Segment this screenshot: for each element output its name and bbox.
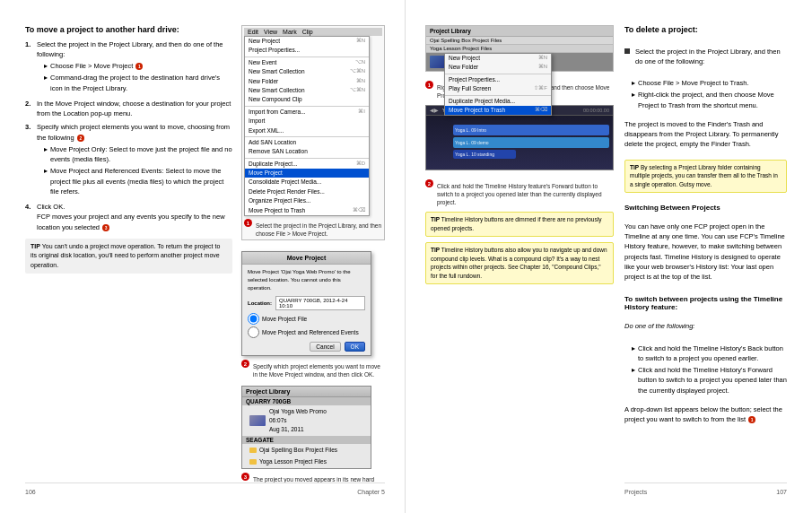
menu-add-san: Add SAN Location [245,138,369,147]
right-context-menu: New Project⌘N New Folder⌘N Project Prope… [444,53,552,116]
menu-import: Import [245,117,369,126]
timeline-timecode: 00:00:00.00 [583,108,609,113]
arrow-icon-3: ▸ [44,144,48,165]
right-tip-2: TIP Timeline History buttons also allow … [425,242,614,284]
right-pl-item2: Yoga Lesson Project Files [426,45,613,53]
step-1-text: Select the project in the Project Librar… [37,40,223,58]
plb-item-1-name: Ojai Yoga Web Promo [269,407,327,416]
right-section-label: Projects [624,489,647,495]
switch-bullet-2-text: Click and hold the Timeline History's Fo… [638,365,787,396]
move-referenced-label: Move Project and Referenced Events [262,329,359,335]
dialog-text: Move Project 'Ojai Yoga Web Promo' to th… [248,268,365,292]
right-tip-1-label: TIP [431,216,440,222]
menu-mark: Mark [283,29,297,35]
callout-2: 2 Specify which project elements you wan… [241,360,385,378]
right-page-footer: Projects 107 [624,483,787,495]
move-only-radio[interactable] [248,313,259,325]
left-page: To move a project to another hard drive:… [0,0,406,513]
switch-bullet-1: ▸ Click and hold the Timeline History's … [632,343,787,364]
step-1: 1. Select the project in the Project Lib… [25,39,232,95]
move-referenced-radio[interactable] [248,326,259,338]
clip-standing: Yoga L. 10 standing [453,150,516,159]
delete-bullet-1: ▸ Choose File > Move Project to Trash. [632,78,787,88]
callout-num-1: 1 [244,219,252,227]
right-tip-1: TIP Timeline History buttons are dimmed … [425,212,614,237]
tip-text-left: You can't undo a project move operation.… [31,243,220,268]
arrow-del-2: ▸ [632,90,635,110]
right-pl-title: Project Library [426,26,613,37]
step-num-4: 4. [25,202,34,235]
arrow-sw-2: ▸ [632,365,635,396]
right-pl-screenshot: Project Library Ojai Spelling Box Projec… [425,25,614,72]
move-project-dialog: Move Project Move Project 'Ojai Yoga Web… [241,251,371,356]
delete-intro: Select the project in the Project Librar… [624,47,787,67]
step3-bullet-2: ▸ Move Project and Referenced Events: Se… [44,166,232,196]
clip-demo: Yoga L. 09 demo [453,137,609,148]
steps-list: 1. Select the project in the Project Lib… [25,39,232,235]
tip-delete-text: By selecting a Project Library folder co… [630,164,778,188]
ctx-move-trash: Move Project to Trash⌘⌫ [445,106,551,115]
menu-duplicate: Duplicate Project...⌘D [245,160,369,169]
menu-screenshot: Edit View Mark Clip New Project⌘N Projec… [241,25,385,240]
right-page: Project Library Ojai Spelling Box Projec… [406,0,812,513]
menu-organize: Organize Project Files... [245,196,369,205]
step-3: 3. Specify which project elements you wa… [25,122,232,198]
ctx-dup-media: Duplicate Project Media... [445,97,551,106]
switch-bullet-2: ▸ Click and hold the Timeline History's … [632,365,787,396]
menu-import-camera: Import from Camera...⌘I [245,108,369,117]
switch-bullets: ▸ Click and hold the Timeline History's … [632,343,787,397]
tip-delete-label: TIP [630,164,639,170]
menu-view: View [264,29,277,35]
step1-bullets: ▸ Choose File > Move Project 1 ▸ Command… [44,61,232,93]
step1-bullet-2: ▸ Command-drag the project to the destin… [44,73,232,93]
dialog-body: Move Project 'Ojai Yoga Web Promo' to th… [242,265,371,355]
callout-badge-3: 2 [77,135,84,142]
page: To move a project to another hard drive:… [0,0,812,513]
plb-item-2-name: Ojai Spelling Box Project Files [259,446,337,455]
step-4-label: Click OK. [37,203,65,211]
left-chapter: Chapter 5 [357,489,385,495]
menu-event-library: New Smart Collection⌥⌘N [245,67,369,76]
move-referenced-row: Move Project and Referenced Events [248,326,365,338]
menu-edit: Edit [248,29,258,35]
switch-bullet-1-text: Click and hold the Timeline History's Ba… [638,343,787,364]
ok-button[interactable]: OK [345,342,365,352]
callout-2-text: Specify which project elements you want … [253,362,385,378]
step1-bullet-1: ▸ Choose File > Move Project 1 [44,61,232,71]
cancel-button[interactable]: Cancel [310,342,340,352]
switch-subtitle: To switch between projects using the Tim… [624,295,787,311]
callout-badge-4: 3 [102,224,109,231]
plb-disk-seagate: SEAGATE [242,436,371,444]
menu-move-project: Move Project [245,169,369,178]
step-4-text: FCP moves your project and any events yo… [37,212,232,232]
right-tip-1-text: Timeline History buttons are dimmed if t… [431,216,601,231]
track-row-3: Yoga L. 10 standing [430,150,609,159]
delete-section-title: To delete a project: [624,25,787,36]
switch-note: A drop-down list appears below the butto… [624,404,787,425]
tip-label-left: TIP [31,243,40,249]
menu-new-folder: New Folder⌘N [245,77,369,86]
menu-project-props: Project Properties... [245,46,369,55]
delete-bullet-2: ▸ Right-click the project, and then choo… [632,90,787,110]
step-num-1: 1. [25,39,34,95]
arrow-del-1: ▸ [632,78,635,88]
plb-folder-icon-1 [249,448,257,453]
left-page-footer: 106 Chapter 5 [25,483,385,495]
right-callout-num-1: 1 [425,81,433,89]
file-menu: New Project⌘N Project Properties... New … [244,36,370,216]
plb-item-3: Yoga Lesson Project Files [242,456,371,468]
arrow-icon-2: ▸ [44,73,48,93]
step1-bullet-2-text: Command-drag the project to the destinat… [50,73,232,93]
step3-bullet-2-text: Move Project and Referenced Events: Sele… [50,166,232,196]
dialog-title: Move Project [242,252,371,265]
menu-export: Export XML... [245,126,369,135]
project-library-bottom: Project Library QUARRY 700GB Ojai Yoga W… [241,386,371,469]
switch-badge: 1 [748,416,755,423]
delete-note: The project is moved to the Finder's Tra… [624,119,787,150]
right-tip-delete: TIP By selecting a Project Library folde… [624,160,787,193]
delete-intro-text: Select the project in the Project Librar… [635,47,787,67]
timeline-back-btn: ◀▶ [430,108,439,113]
menu-delete-render: Delete Project Render Files... [245,187,369,196]
plb-item-2: Ojai Spelling Box Project Files [242,444,371,456]
menu-new-event: New Event⌥N [245,58,369,67]
